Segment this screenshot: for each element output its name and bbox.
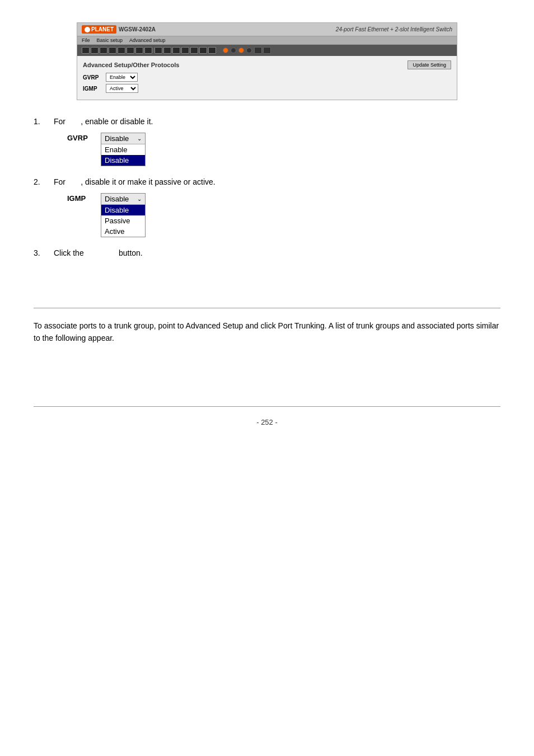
port-13 <box>190 47 198 54</box>
step-1-row: 1. For , enable or disable it. <box>34 117 500 126</box>
led-1 <box>223 48 228 53</box>
port-5 <box>118 47 125 54</box>
igmp-option-active-item[interactable]: Active <box>101 226 145 237</box>
port-6 <box>127 47 134 54</box>
gvrp-row: GVRP Enable Disable <box>83 73 451 82</box>
port-14 <box>199 47 207 54</box>
gvrp-dropdown-header[interactable]: Disable ⌄ <box>101 133 145 144</box>
switch-model: WGSW-2402A <box>119 26 156 32</box>
port-7 <box>135 47 143 54</box>
igmp-option-disable-item[interactable]: Disable <box>101 205 145 215</box>
led-2 <box>231 48 236 53</box>
sfp-1 <box>254 47 262 54</box>
port-12 <box>181 47 189 54</box>
step-2-text: For , disable it or make it passive or a… <box>54 177 216 186</box>
gvrp-demo-dropdown[interactable]: Disable ⌄ Enable Disable <box>101 133 146 166</box>
step-2-before: For <box>54 177 65 186</box>
igmp-demo-dropdown[interactable]: Disable ⌄ Disable Passive Active <box>101 193 146 237</box>
igmp-dropdown-demo: IGMP Disable ⌄ Disable Passive Active <box>67 193 500 237</box>
step-3-row: 3. Click the button. <box>34 248 500 257</box>
igmp-label: IGMP <box>83 86 102 92</box>
gvrp-demo-label: GVRP <box>67 133 90 142</box>
section-divider-2 <box>34 406 500 407</box>
port-group-1 <box>82 47 152 54</box>
logo-text: PLANET <box>91 26 114 32</box>
step-3-after: button. <box>119 248 143 257</box>
step-3-text: Click the button. <box>54 248 143 257</box>
nav-file[interactable]: File <box>82 37 90 43</box>
switch-main: Advanced Setup/Other Protocols Update Se… <box>77 56 457 100</box>
step-1-text: For , enable or disable it. <box>54 117 153 126</box>
footer-text: To associate ports to a trunk group, poi… <box>34 320 500 345</box>
sfp-2 <box>263 47 271 54</box>
gvrp-label: GVRP <box>83 74 102 81</box>
led-group <box>223 48 252 53</box>
step-3-number: 3. <box>34 248 50 257</box>
gvrp-dropdown-demo: GVRP Disable ⌄ Enable Disable <box>67 133 500 166</box>
update-setting-button[interactable]: Update Setting <box>407 60 451 69</box>
switch-header: PLANET WGSW-2402A 24-port Fast Ethernet … <box>77 23 457 36</box>
footer-paragraph: To associate ports to a trunk group, poi… <box>0 320 534 345</box>
igmp-row: IGMP Active Passive Disable <box>83 84 451 93</box>
port-4 <box>109 47 116 54</box>
step-1-after: , enable or disable it. <box>81 117 153 126</box>
nav-basic-setup[interactable]: Basic setup <box>97 37 123 43</box>
switch-nav: File Basic setup Advanced setup <box>77 36 457 45</box>
step-1-number: 1. <box>34 117 50 126</box>
switch-logo: PLANET WGSW-2402A <box>82 25 156 34</box>
planet-logo-icon: PLANET <box>82 25 116 34</box>
switch-section-title: Advanced Setup/Other Protocols Update Se… <box>83 60 451 69</box>
port-1 <box>82 47 90 54</box>
step-2-number: 2. <box>34 177 50 186</box>
page-number: - 252 - <box>0 418 534 426</box>
igmp-demo-label: IGMP <box>67 193 90 203</box>
gvrp-dropdown-current: Disable <box>105 134 129 143</box>
step-2-row: 2. For , disable it or make it passive o… <box>34 177 500 186</box>
port-group-sfp <box>254 47 271 54</box>
igmp-select[interactable]: Active Passive Disable <box>106 84 138 93</box>
gvrp-select[interactable]: Enable Disable <box>106 73 138 82</box>
chevron-down-icon-2: ⌄ <box>137 196 142 202</box>
section-divider-1 <box>34 308 500 308</box>
chevron-down-icon: ⌄ <box>137 135 142 142</box>
port-10 <box>163 47 171 54</box>
port-3 <box>100 47 107 54</box>
step-3-before: Click the <box>54 248 84 257</box>
step-2-after: , disable it or make it passive or activ… <box>81 177 215 186</box>
port-8 <box>144 47 152 54</box>
led-3 <box>238 48 244 53</box>
port-15 <box>208 47 216 54</box>
port-9 <box>154 47 162 54</box>
port-11 <box>172 47 180 54</box>
step-1-before: For <box>54 117 65 126</box>
nav-advanced-setup[interactable]: Advanced setup <box>129 37 166 43</box>
port-row <box>77 45 457 56</box>
igmp-option-passive-item[interactable]: Passive <box>101 215 145 226</box>
port-group-2 <box>154 47 216 54</box>
igmp-dropdown-current: Disable <box>105 195 129 203</box>
gvrp-option-disable-item[interactable]: Disable <box>101 155 145 166</box>
section-title-text: Advanced Setup/Other Protocols <box>83 62 179 68</box>
port-2 <box>91 47 99 54</box>
led-4 <box>246 48 252 53</box>
igmp-dropdown-header[interactable]: Disable ⌄ <box>101 194 145 205</box>
gvrp-option-enable-item[interactable]: Enable <box>101 144 145 155</box>
switch-title: 24-port Fast Ethernet + 2-slot Intellige… <box>336 26 452 32</box>
switch-screenshot: PLANET WGSW-2402A 24-port Fast Ethernet … <box>77 22 457 100</box>
